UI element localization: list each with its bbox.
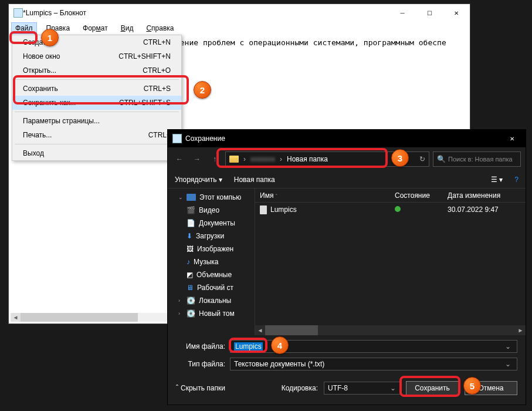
minimize-button[interactable]: ─ [389,4,416,22]
images-icon: 🖼 [187,245,194,253]
menu-item-print[interactable]: Печать...CTRL+ [12,128,181,142]
file-menu-dropdown: СоздатьCTRL+N Новое окноCTRL+SHIFT+N Отк… [12,35,182,161]
help-icon[interactable]: ? [514,176,519,184]
notepad-menubar: Файл Правка Формат Вид Справка [9,22,470,35]
chevron-down-icon[interactable]: ⌄ [390,384,396,392]
tree-video[interactable]: 🎬Видео [168,204,255,217]
tree-music[interactable]: ♪Музыка [168,255,255,268]
scroll-right-icon[interactable]: ► [516,325,526,335]
menu-file[interactable]: Файл [11,22,37,34]
search-input[interactable]: 🔍 Поиск в: Новая папка [433,151,521,167]
scroll-thumb[interactable] [21,313,138,322]
search-icon: 🔍 [437,155,446,163]
save-dialog-title: Сохранение [185,134,499,143]
scroll-left-icon[interactable]: ◄ [11,313,21,322]
disk-icon: 💽 [187,309,195,318]
pc-icon [187,194,196,201]
tree-documents[interactable]: 📄Документы [168,217,255,230]
filetype-field: Тип файла: Текстовые документы (*.txt)⌄ [176,358,517,370]
menu-format[interactable]: Формат [79,23,111,33]
path-blurred: xxxxxxx [250,155,275,163]
badge-5: 5 [463,377,481,395]
maximize-button[interactable]: ☐ [416,4,443,22]
hide-folders-toggle[interactable]: ˆСкрыть папки [176,384,225,392]
menu-item-page-setup[interactable]: Параметры страницы... [12,114,181,128]
header-name[interactable]: Имя ˆ [255,191,390,200]
menu-view[interactable]: Вид [117,23,137,33]
desktop-icon: 🖥 [187,284,194,292]
save-button[interactable]: Сохранить [406,381,459,395]
list-item[interactable]: Lumpics 30.07.2022 9:47 [255,203,526,217]
badge-3: 3 [391,149,409,167]
view-options-icon[interactable]: ☰ ▾ [491,176,503,184]
header-date[interactable]: Дата изменения [443,191,505,200]
filetype-label: Тип файла: [176,360,225,368]
new-folder-button[interactable]: Новая папка [234,176,275,184]
menu-help[interactable]: Справка [143,23,177,33]
scroll-left-icon[interactable]: ◄ [255,325,265,335]
save-dialog-titlebar: Сохранение ✕ [168,130,526,147]
list-headers[interactable]: Имя ˆ Состояние Дата изменения [255,188,526,203]
menu-item-save[interactable]: СохранитьCTRL+S [12,82,181,96]
encoding-label: Кодировка: [282,384,318,392]
scroll-thumb[interactable] [265,325,318,335]
chevron-down-icon[interactable]: ⌄ [503,360,513,368]
menu-item-open[interactable]: Открыть...CTRL+O [12,63,181,78]
text-file-icon [260,206,267,214]
tree-new-volume[interactable]: ›💽Новый том [168,307,255,320]
menu-item-new-window[interactable]: Новое окноCTRL+SHIFT+N [12,49,181,63]
badge-1: 1 [41,29,59,46]
disk-icon: 💽 [187,297,195,305]
tree-3d[interactable]: ◩Объемные [168,268,255,281]
notepad-icon [13,8,23,18]
nav-forward-icon[interactable]: → [190,152,204,166]
notepad-title: *Lumpics – Блокнот [23,9,389,17]
close-button[interactable]: ✕ [443,4,470,22]
downloads-icon: ⬇ [187,232,192,240]
encoding-select[interactable]: UTF-8⌄ [324,382,400,395]
header-state[interactable]: Состояние [390,191,443,200]
tree-downloads[interactable]: ⬇Загрузки [168,230,255,242]
badge-4: 4 [271,336,289,354]
menu-item-create[interactable]: СоздатьCTRL+N [12,35,181,49]
save-nav: ← → ↑ › xxxxxxx › Новая папка ⌄ ↻ 🔍 Поис… [168,147,526,171]
tree-desktop[interactable]: 🖥Рабочий ст [168,281,255,294]
tree-images[interactable]: 🖼Изображен [168,242,255,255]
path-current[interactable]: Новая папка [287,155,328,163]
save-dialog-close[interactable]: ✕ [499,130,526,147]
search-placeholder: Поиск в: Новая папка [448,156,513,163]
video-icon: 🎬 [187,206,195,214]
documents-icon: 📄 [187,219,195,227]
nav-up-icon[interactable]: ↑ [208,152,222,166]
folder-icon [229,156,239,163]
menu-item-save-as[interactable]: Сохранить как...CTRL+SHIFT+S [12,96,181,110]
music-icon: ♪ [187,258,190,266]
filename-label: Имя файла: [176,342,225,351]
folder-tree[interactable]: ⌄Этот компью 🎬Видео 📄Документы ⬇Загрузки… [168,188,255,335]
badge-2: 2 [194,81,211,99]
nav-back-icon[interactable]: ← [172,152,187,166]
filetype-select[interactable]: Текстовые документы (*.txt)⌄ [230,358,517,370]
list-horizontal-scrollbar[interactable]: ◄ ► [255,325,526,335]
refresh-icon[interactable]: ↻ [419,155,425,163]
file-list: Имя ˆ Состояние Дата изменения Lumpics 3… [255,188,526,335]
tree-this-pc[interactable]: ⌄Этот компью [168,191,255,204]
save-dialog-icon [172,134,182,143]
notepad-titlebar: *Lumpics – Блокнот ─ ☐ ✕ [9,4,470,22]
save-dialog: Сохранение ✕ ← → ↑ › xxxxxxx › Новая пап… [167,129,526,405]
tree-local-disk[interactable]: ›💽Локальны [168,294,255,307]
save-toolbar: Упорядочить ▾ Новая папка ☰ ▾ ? [168,171,526,188]
cube-icon: ◩ [187,271,193,279]
chevron-down-icon[interactable]: ⌄ [503,342,513,351]
organize-button[interactable]: Упорядочить ▾ [175,176,222,184]
chevron-up-icon: ˆ [176,384,178,392]
menu-item-exit[interactable]: Выход [12,146,181,160]
status-ok-icon [395,206,401,212]
filename-field: Имя файла: Lumpics⌄ [176,340,517,353]
